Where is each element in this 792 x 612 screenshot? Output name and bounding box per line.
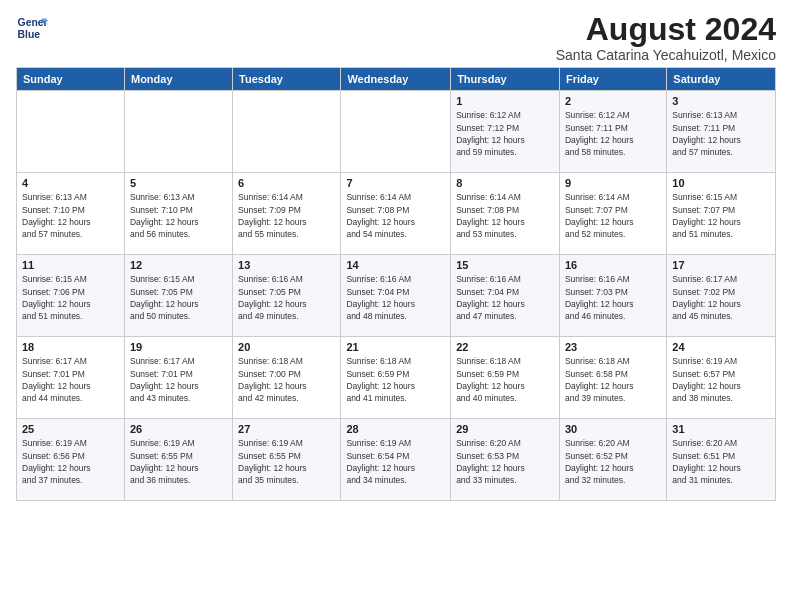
col-saturday: Saturday — [667, 68, 776, 91]
calendar-cell — [17, 91, 125, 173]
day-number: 30 — [565, 423, 661, 435]
day-number: 27 — [238, 423, 335, 435]
calendar-cell: 2Sunrise: 6:12 AM Sunset: 7:11 PM Daylig… — [559, 91, 666, 173]
day-number: 19 — [130, 341, 227, 353]
day-info: Sunrise: 6:14 AM Sunset: 7:08 PM Dayligh… — [346, 191, 445, 240]
day-number: 7 — [346, 177, 445, 189]
logo-icon: General Blue — [16, 12, 48, 44]
day-info: Sunrise: 6:15 AM Sunset: 7:07 PM Dayligh… — [672, 191, 770, 240]
calendar-cell: 8Sunrise: 6:14 AM Sunset: 7:08 PM Daylig… — [451, 173, 560, 255]
calendar-cell: 20Sunrise: 6:18 AM Sunset: 7:00 PM Dayli… — [233, 337, 341, 419]
day-number: 8 — [456, 177, 554, 189]
calendar-cell: 7Sunrise: 6:14 AM Sunset: 7:08 PM Daylig… — [341, 173, 451, 255]
day-number: 4 — [22, 177, 119, 189]
day-number: 11 — [22, 259, 119, 271]
calendar-cell: 11Sunrise: 6:15 AM Sunset: 7:06 PM Dayli… — [17, 255, 125, 337]
col-monday: Monday — [124, 68, 232, 91]
day-number: 17 — [672, 259, 770, 271]
day-info: Sunrise: 6:18 AM Sunset: 6:59 PM Dayligh… — [456, 355, 554, 404]
day-info: Sunrise: 6:20 AM Sunset: 6:53 PM Dayligh… — [456, 437, 554, 486]
day-number: 3 — [672, 95, 770, 107]
col-thursday: Thursday — [451, 68, 560, 91]
calendar-table: Sunday Monday Tuesday Wednesday Thursday… — [16, 67, 776, 501]
calendar-cell: 13Sunrise: 6:16 AM Sunset: 7:05 PM Dayli… — [233, 255, 341, 337]
day-info: Sunrise: 6:18 AM Sunset: 6:59 PM Dayligh… — [346, 355, 445, 404]
calendar-cell: 9Sunrise: 6:14 AM Sunset: 7:07 PM Daylig… — [559, 173, 666, 255]
calendar-cell: 23Sunrise: 6:18 AM Sunset: 6:58 PM Dayli… — [559, 337, 666, 419]
day-info: Sunrise: 6:18 AM Sunset: 7:00 PM Dayligh… — [238, 355, 335, 404]
calendar-cell: 22Sunrise: 6:18 AM Sunset: 6:59 PM Dayli… — [451, 337, 560, 419]
day-number: 23 — [565, 341, 661, 353]
calendar-cell: 1Sunrise: 6:12 AM Sunset: 7:12 PM Daylig… — [451, 91, 560, 173]
col-tuesday: Tuesday — [233, 68, 341, 91]
header: General Blue August 2024 Santa Catarina … — [16, 12, 776, 63]
calendar-cell: 4Sunrise: 6:13 AM Sunset: 7:10 PM Daylig… — [17, 173, 125, 255]
calendar-cell: 26Sunrise: 6:19 AM Sunset: 6:55 PM Dayli… — [124, 419, 232, 501]
day-number: 10 — [672, 177, 770, 189]
logo: General Blue — [16, 12, 48, 44]
calendar-cell: 3Sunrise: 6:13 AM Sunset: 7:11 PM Daylig… — [667, 91, 776, 173]
title-location: Santa Catarina Yecahuizotl, Mexico — [556, 47, 776, 63]
svg-text:Blue: Blue — [18, 29, 41, 40]
calendar-cell: 18Sunrise: 6:17 AM Sunset: 7:01 PM Dayli… — [17, 337, 125, 419]
day-info: Sunrise: 6:19 AM Sunset: 6:54 PM Dayligh… — [346, 437, 445, 486]
day-number: 18 — [22, 341, 119, 353]
calendar-cell: 16Sunrise: 6:16 AM Sunset: 7:03 PM Dayli… — [559, 255, 666, 337]
day-number: 31 — [672, 423, 770, 435]
week-row-1: 1Sunrise: 6:12 AM Sunset: 7:12 PM Daylig… — [17, 91, 776, 173]
col-friday: Friday — [559, 68, 666, 91]
day-info: Sunrise: 6:17 AM Sunset: 7:01 PM Dayligh… — [22, 355, 119, 404]
day-number: 5 — [130, 177, 227, 189]
calendar-cell: 28Sunrise: 6:19 AM Sunset: 6:54 PM Dayli… — [341, 419, 451, 501]
calendar-cell — [124, 91, 232, 173]
calendar-cell: 29Sunrise: 6:20 AM Sunset: 6:53 PM Dayli… — [451, 419, 560, 501]
calendar-body: 1Sunrise: 6:12 AM Sunset: 7:12 PM Daylig… — [17, 91, 776, 501]
day-number: 25 — [22, 423, 119, 435]
calendar-cell — [341, 91, 451, 173]
day-info: Sunrise: 6:16 AM Sunset: 7:03 PM Dayligh… — [565, 273, 661, 322]
calendar-cell: 27Sunrise: 6:19 AM Sunset: 6:55 PM Dayli… — [233, 419, 341, 501]
day-number: 1 — [456, 95, 554, 107]
day-info: Sunrise: 6:13 AM Sunset: 7:11 PM Dayligh… — [672, 109, 770, 158]
calendar-cell: 19Sunrise: 6:17 AM Sunset: 7:01 PM Dayli… — [124, 337, 232, 419]
day-info: Sunrise: 6:15 AM Sunset: 7:06 PM Dayligh… — [22, 273, 119, 322]
day-number: 13 — [238, 259, 335, 271]
calendar-cell: 21Sunrise: 6:18 AM Sunset: 6:59 PM Dayli… — [341, 337, 451, 419]
day-info: Sunrise: 6:16 AM Sunset: 7:04 PM Dayligh… — [346, 273, 445, 322]
page: General Blue August 2024 Santa Catarina … — [0, 0, 792, 513]
calendar-cell — [233, 91, 341, 173]
calendar-cell: 24Sunrise: 6:19 AM Sunset: 6:57 PM Dayli… — [667, 337, 776, 419]
week-row-3: 11Sunrise: 6:15 AM Sunset: 7:06 PM Dayli… — [17, 255, 776, 337]
day-info: Sunrise: 6:20 AM Sunset: 6:51 PM Dayligh… — [672, 437, 770, 486]
calendar-cell: 25Sunrise: 6:19 AM Sunset: 6:56 PM Dayli… — [17, 419, 125, 501]
day-number: 28 — [346, 423, 445, 435]
day-number: 14 — [346, 259, 445, 271]
day-number: 24 — [672, 341, 770, 353]
day-info: Sunrise: 6:19 AM Sunset: 6:57 PM Dayligh… — [672, 355, 770, 404]
day-number: 21 — [346, 341, 445, 353]
calendar-cell: 17Sunrise: 6:17 AM Sunset: 7:02 PM Dayli… — [667, 255, 776, 337]
day-info: Sunrise: 6:18 AM Sunset: 6:58 PM Dayligh… — [565, 355, 661, 404]
day-number: 12 — [130, 259, 227, 271]
day-number: 26 — [130, 423, 227, 435]
title-month: August 2024 — [556, 12, 776, 47]
day-info: Sunrise: 6:13 AM Sunset: 7:10 PM Dayligh… — [22, 191, 119, 240]
day-info: Sunrise: 6:17 AM Sunset: 7:02 PM Dayligh… — [672, 273, 770, 322]
calendar-cell: 6Sunrise: 6:14 AM Sunset: 7:09 PM Daylig… — [233, 173, 341, 255]
day-number: 22 — [456, 341, 554, 353]
calendar-cell: 30Sunrise: 6:20 AM Sunset: 6:52 PM Dayli… — [559, 419, 666, 501]
day-info: Sunrise: 6:19 AM Sunset: 6:55 PM Dayligh… — [238, 437, 335, 486]
col-sunday: Sunday — [17, 68, 125, 91]
week-row-5: 25Sunrise: 6:19 AM Sunset: 6:56 PM Dayli… — [17, 419, 776, 501]
day-info: Sunrise: 6:16 AM Sunset: 7:05 PM Dayligh… — [238, 273, 335, 322]
day-number: 6 — [238, 177, 335, 189]
day-number: 15 — [456, 259, 554, 271]
week-row-4: 18Sunrise: 6:17 AM Sunset: 7:01 PM Dayli… — [17, 337, 776, 419]
day-info: Sunrise: 6:13 AM Sunset: 7:10 PM Dayligh… — [130, 191, 227, 240]
day-info: Sunrise: 6:14 AM Sunset: 7:09 PM Dayligh… — [238, 191, 335, 240]
day-number: 16 — [565, 259, 661, 271]
calendar-cell: 31Sunrise: 6:20 AM Sunset: 6:51 PM Dayli… — [667, 419, 776, 501]
calendar-cell: 10Sunrise: 6:15 AM Sunset: 7:07 PM Dayli… — [667, 173, 776, 255]
col-wednesday: Wednesday — [341, 68, 451, 91]
calendar-cell: 12Sunrise: 6:15 AM Sunset: 7:05 PM Dayli… — [124, 255, 232, 337]
